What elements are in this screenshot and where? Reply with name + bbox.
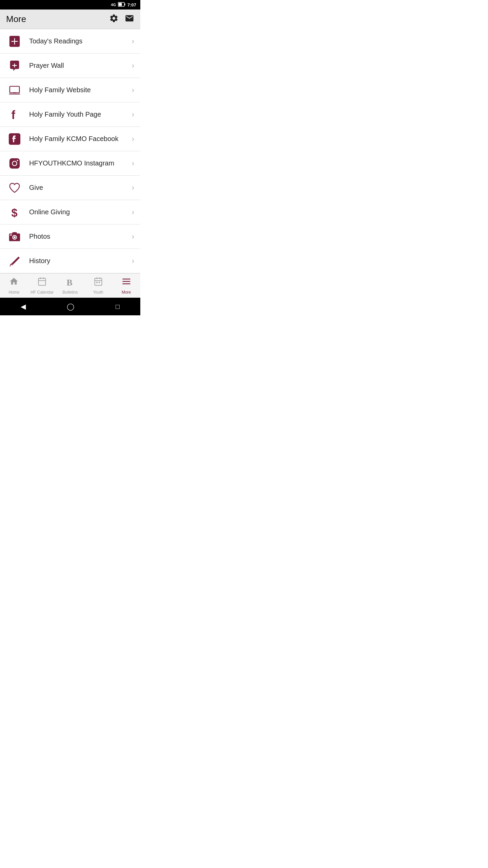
menu-item-prayer-wall[interactable]: Prayer Wall ›: [0, 54, 140, 78]
menu-label-holy-family-website: Holy Family Website: [29, 86, 132, 94]
svg-line-23: [11, 264, 13, 265]
menu-label-give: Give: [29, 184, 132, 192]
bible-icon: [6, 35, 23, 48]
youth-calendar-icon: [94, 277, 103, 289]
svg-text:$: $: [12, 207, 18, 219]
chevron-right-icon: ›: [132, 61, 134, 70]
system-bar: ◀ ◯ □: [0, 298, 140, 315]
menu-label-holy-family-kcmo-facebook: Holy Family KCMO Facebook: [29, 135, 132, 143]
menu-item-history[interactable]: History ›: [0, 249, 140, 273]
svg-text:f: f: [12, 108, 16, 121]
nav-label-bulletins: Bulletins: [62, 290, 78, 295]
nav-item-youth[interactable]: Youth: [84, 277, 112, 295]
svg-rect-33: [96, 282, 98, 283]
signal-indicator: 4G: [111, 3, 116, 7]
chevron-right-icon: ›: [132, 208, 134, 217]
nav-item-bulletins[interactable]: B Bulletins: [56, 277, 84, 295]
svg-rect-8: [10, 86, 20, 93]
menu-list: Today's Readings › Prayer Wall › Holy Fa…: [0, 29, 140, 273]
home-icon: [9, 277, 19, 289]
home-button[interactable]: ◯: [67, 302, 74, 311]
svg-rect-34: [99, 282, 100, 283]
menu-item-photos[interactable]: Photos ›: [0, 224, 140, 249]
prayer-icon: [6, 59, 23, 72]
svg-rect-2: [118, 3, 122, 6]
menu-item-todays-readings[interactable]: Today's Readings ›: [0, 29, 140, 54]
menu-item-online-giving[interactable]: $ Online Giving ›: [0, 200, 140, 224]
instagram-icon: [6, 157, 23, 170]
menu-label-history: History: [29, 257, 132, 265]
facebook-f-icon: f: [6, 108, 23, 121]
svg-rect-1: [124, 3, 125, 5]
more-lines-icon: [122, 277, 131, 289]
chevron-right-icon: ›: [132, 183, 134, 192]
settings-button[interactable]: [109, 14, 119, 25]
time-display: 7:07: [127, 2, 136, 7]
nav-item-home[interactable]: Home: [0, 277, 28, 295]
chevron-right-icon: ›: [132, 37, 134, 46]
svg-rect-18: [12, 232, 17, 234]
svg-point-20: [14, 236, 16, 238]
page-title: More: [6, 14, 26, 24]
nav-label-home: Home: [8, 290, 19, 295]
chevron-right-icon: ›: [132, 110, 134, 119]
battery-icon: [118, 2, 125, 8]
menu-label-todays-readings: Today's Readings: [29, 37, 132, 45]
laptop-icon: [6, 84, 23, 97]
svg-rect-29: [95, 278, 102, 285]
menu-label-holy-family-youth-page: Holy Family Youth Page: [29, 111, 132, 118]
menu-label-photos: Photos: [29, 233, 132, 240]
menu-item-give[interactable]: Give ›: [0, 176, 140, 200]
menu-item-holy-family-youth-page[interactable]: f Holy Family Youth Page ›: [0, 102, 140, 127]
nav-label-more: More: [122, 290, 131, 295]
menu-label-hfyouthkcmo-instagram: HFYOUTHKCMO Instagram: [29, 159, 132, 167]
status-bar: 4G 7:07: [0, 0, 140, 9]
menu-label-prayer-wall: Prayer Wall: [29, 62, 132, 70]
menu-item-holy-family-kcmo-facebook[interactable]: Holy Family KCMO Facebook ›: [0, 127, 140, 151]
nav-label-hf-calendar: HF Calendar: [30, 290, 54, 295]
back-button[interactable]: ◀: [21, 302, 26, 311]
menu-item-holy-family-website[interactable]: Holy Family Website ›: [0, 78, 140, 102]
chevron-right-icon: ›: [132, 159, 134, 168]
chevron-right-icon: ›: [132, 86, 134, 95]
dollar-icon: $: [6, 206, 23, 219]
bulletins-icon: B: [65, 277, 75, 289]
menu-label-online-giving: Online Giving: [29, 208, 132, 216]
bottom-nav: Home HF Calendar B Bulletins: [0, 273, 140, 298]
calendar-icon: [37, 277, 47, 289]
messages-button[interactable]: [125, 14, 134, 25]
svg-rect-13: [9, 158, 20, 168]
recents-button[interactable]: □: [116, 303, 120, 311]
camera-icon: [6, 230, 23, 243]
chevron-right-icon: ›: [132, 135, 134, 143]
nav-item-hf-calendar[interactable]: HF Calendar: [28, 277, 56, 295]
svg-point-15: [17, 160, 18, 161]
nav-label-youth: Youth: [93, 290, 103, 295]
facebook-box-icon: [6, 133, 23, 145]
header: More: [0, 9, 140, 29]
svg-rect-24: [39, 278, 46, 285]
menu-item-hfyouthkcmo-instagram[interactable]: HFYOUTHKCMO Instagram ›: [0, 151, 140, 176]
chevron-right-icon: ›: [132, 257, 134, 265]
svg-text:B: B: [66, 278, 72, 286]
chevron-right-icon: ›: [132, 232, 134, 241]
heart-icon: [6, 181, 23, 194]
pencil-icon: [6, 255, 23, 268]
header-actions: [109, 14, 134, 25]
nav-item-more[interactable]: More: [112, 277, 140, 295]
